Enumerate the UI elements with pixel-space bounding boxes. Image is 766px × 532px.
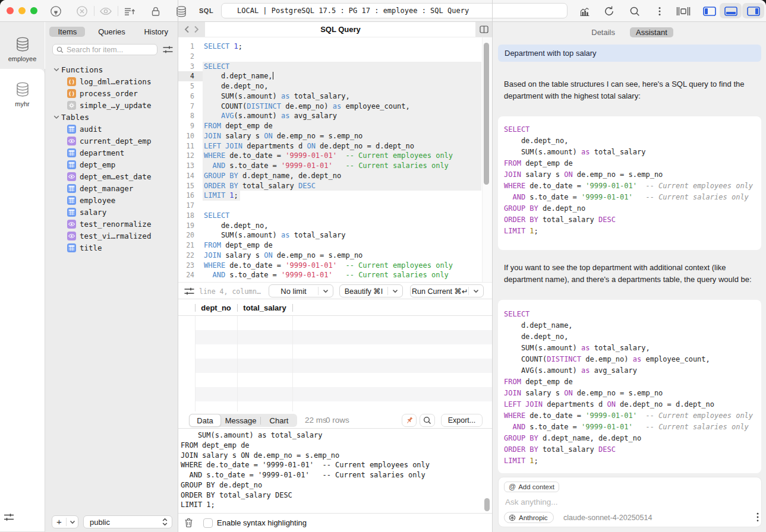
tab-data[interactable]: Data	[189, 414, 221, 427]
toggle-left-panel-button[interactable]	[702, 5, 717, 18]
tree-item-dept_emp[interactable]: dept_emp	[45, 159, 178, 170]
pin-result-button[interactable]	[402, 414, 417, 427]
empty-result-row[interactable]	[195, 330, 492, 344]
tree-item-log_dmlerations[interactable]: ()log_dml…erations	[45, 75, 178, 87]
close-window-button[interactable]	[7, 7, 14, 14]
chat-kebab-icon[interactable]	[753, 511, 762, 524]
connection-myhr[interactable]: myhr	[0, 81, 45, 107]
editor-line-4[interactable]: 4 d.dept_name,	[178, 71, 492, 81]
editor-line-16[interactable]: 16LIMIT 1;	[178, 191, 492, 201]
trash-icon[interactable]	[184, 518, 193, 528]
empty-result-row[interactable]	[195, 344, 492, 359]
results-grid-body[interactable]	[178, 316, 492, 411]
editor-line-14[interactable]: 14GROUP BY d.dept_name, de.dept_no	[178, 171, 492, 181]
sql-editor[interactable]: 1SELECT 1;23SELECT4 d.dept_name,5 de.dep…	[178, 37, 492, 282]
editor-line-22[interactable]: 22JOIN salary s ON de.emp_no = s.emp_no	[178, 251, 492, 261]
fullscreen-expand-icon[interactable]	[676, 5, 691, 18]
beautify-button[interactable]: Beautify ⌘I	[339, 284, 403, 297]
add-context-chip[interactable]: @ Add context	[504, 482, 559, 492]
search-icon[interactable]	[628, 5, 642, 18]
strip-settings-sliders-icon[interactable]	[2, 511, 16, 524]
search-results-button[interactable]	[420, 414, 435, 427]
database-icon[interactable]	[174, 5, 188, 18]
tree-item-title[interactable]: title	[45, 242, 178, 254]
disconnect-icon[interactable]	[75, 5, 89, 18]
editor-line-1[interactable]: 1SELECT 1;	[178, 42, 492, 52]
add-item-button[interactable]: +	[52, 515, 78, 528]
forward-chevron-icon[interactable]	[194, 26, 199, 33]
editor-line-15[interactable]: 15ORDER BY total_salary DESC	[178, 181, 492, 191]
toggle-bottom-panel-button[interactable]	[724, 5, 738, 18]
tree-item-test_renormalize[interactable]: test_renormalize	[45, 218, 178, 230]
empty-result-row[interactable]	[195, 387, 492, 401]
back-chevron-icon[interactable]	[184, 26, 190, 33]
editor-line-11[interactable]: 11LEFT JOIN departments d ON de.dept_no …	[178, 141, 492, 151]
sidebar-search-input[interactable]	[67, 46, 150, 54]
editor-line-17[interactable]: 17	[178, 201, 492, 211]
tree-item-dept_manager[interactable]: dept_manager	[45, 182, 178, 194]
column-header-dept-no[interactable]: dept_no	[195, 300, 237, 316]
zoom-window-button[interactable]	[30, 7, 37, 14]
log-scrollbar-thumb[interactable]	[484, 498, 490, 511]
tree-item-employee[interactable]: employee	[45, 194, 178, 206]
ask-anything-input[interactable]	[505, 498, 755, 506]
editor-line-13[interactable]: 13 AND s.to_date = '9999-01-01' -- Curre…	[178, 161, 492, 171]
sidebar-search[interactable]	[52, 44, 157, 55]
toggle-right-panel-button[interactable]	[746, 5, 761, 18]
tab-assistant[interactable]: Assistant	[630, 27, 673, 37]
tree-section-functions[interactable]: Functions	[45, 64, 178, 75]
tree-item-current_dept_emp[interactable]: current_dept_emp	[45, 135, 178, 147]
tab-chart[interactable]: Chart	[261, 414, 297, 427]
editor-line-3[interactable]: 3SELECT	[178, 62, 492, 72]
limit-dropdown[interactable]: No limit	[269, 284, 333, 297]
tab-message[interactable]: Message	[221, 414, 260, 427]
tab-items[interactable]: Items	[45, 27, 90, 37]
refresh-icon[interactable]	[602, 5, 616, 18]
sidebar-filter-sliders-icon[interactable]	[163, 45, 173, 54]
editor-line-2[interactable]: 2	[178, 52, 492, 62]
editor-line-23[interactable]: 23WHERE de.to_date = '9999-01-01' -- Cur…	[178, 261, 492, 271]
editor-line-20[interactable]: 20 SUM(s.amount) as total_salary	[178, 230, 492, 240]
editor-line-5[interactable]: 5 de.dept_no,	[178, 81, 492, 91]
more-kebab-icon[interactable]	[652, 5, 667, 18]
commit-log-icon[interactable]	[122, 5, 137, 18]
split-editor-icon[interactable]	[475, 22, 492, 37]
provider-selector[interactable]: Anthropic	[504, 512, 554, 523]
run-current-button[interactable]: Run Current ⌘↵	[410, 284, 484, 297]
minimize-window-button[interactable]	[18, 7, 26, 14]
empty-result-row[interactable]	[195, 401, 492, 411]
chart-icon[interactable]	[578, 5, 592, 18]
editor-line-12[interactable]: 12WHERE de.to_date = '9999-01-01' -- Cur…	[178, 151, 492, 161]
empty-result-row[interactable]	[195, 373, 492, 387]
schema-select[interactable]: public	[83, 515, 172, 528]
editor-line-10[interactable]: 10JOIN salary s ON de.emp_no = s.emp_no	[178, 131, 492, 141]
editor-line-18[interactable]: 18SELECT	[178, 211, 492, 221]
tree-item-simple_y_update[interactable]: simple_…y_update	[45, 99, 178, 111]
message-log[interactable]: SUM(s.amount) as total_salaryFROM dept_e…	[178, 429, 492, 513]
tree-item-salary[interactable]: salary	[45, 206, 178, 218]
preview-eye-icon[interactable]	[99, 5, 113, 18]
connection-employee[interactable]: employee	[0, 36, 45, 62]
syntax-highlighting-checkbox[interactable]	[203, 518, 213, 528]
editor-line-7[interactable]: 7 COUNT(DISTINCT de.emp_no) as employee_…	[178, 102, 492, 112]
editor-line-24[interactable]: 24 AND s.to_date = '9999-01-01' -- Curre…	[178, 270, 492, 280]
editor-scrollbar-thumb[interactable]	[484, 43, 489, 185]
tree-section-tables[interactable]: Tables	[45, 111, 178, 123]
tree-item-department[interactable]: department	[45, 147, 178, 159]
tree-item-process_order[interactable]: ()process_order	[45, 87, 178, 99]
tree-item-audit[interactable]: audit	[45, 123, 178, 135]
editor-line-6[interactable]: 6 SUM(s.amount) as total_salary,	[178, 91, 492, 102]
editor-line-9[interactable]: 9FROM dept_emp de	[178, 121, 492, 131]
column-header-total-salary[interactable]: total_salary	[237, 300, 292, 316]
lock-icon[interactable]	[149, 5, 163, 18]
editor-line-19[interactable]: 19 de.dept_no,	[178, 221, 492, 231]
editor-line-21[interactable]: 21FROM dept_emp de	[178, 240, 492, 251]
empty-result-row[interactable]	[195, 359, 492, 373]
plugin-icon[interactable]	[49, 5, 63, 18]
tab-queries[interactable]: Queries	[90, 27, 134, 37]
tab-history[interactable]: History	[134, 27, 178, 37]
conversation-title-banner[interactable]: Department with top salary	[498, 45, 761, 62]
tree-item-dept_emest_date[interactable]: dept_em…est_date	[45, 170, 178, 182]
tree-item-test_virmalized[interactable]: test_vi…rmalized	[45, 230, 178, 242]
editor-settings-sliders-icon[interactable]	[184, 287, 194, 296]
